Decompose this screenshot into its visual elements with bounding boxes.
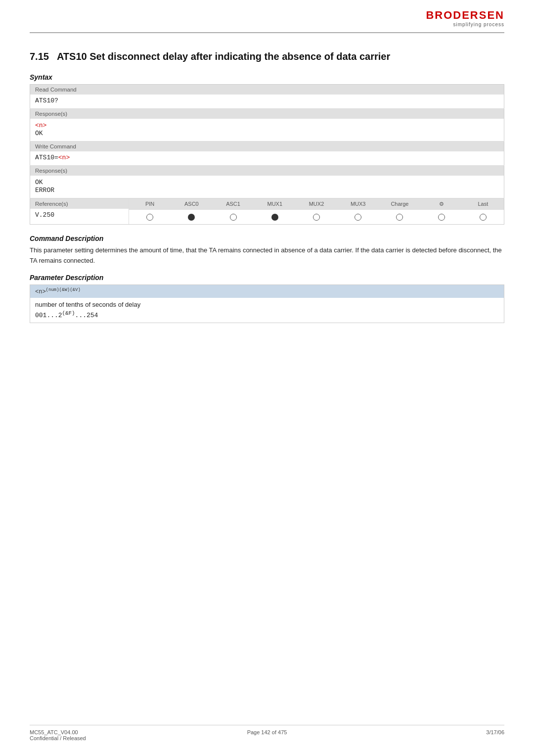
references-row: Reference(s) V.250 PIN ASC0 ASC1 MUX1 MU…	[30, 198, 504, 225]
col-asc0: ASC0	[171, 199, 212, 209]
page-container: BRODERSEN simplifying process 7.15 ATS10…	[0, 0, 534, 756]
logo-text: BRODERSEN	[426, 9, 504, 22]
refs-value: V.250	[30, 209, 129, 223]
val-pin	[129, 210, 171, 224]
page-header: BRODERSEN simplifying process	[30, 0, 504, 33]
write-command-n: <n>	[58, 154, 70, 161]
footer-date: 3/17/06	[346, 729, 504, 735]
col-mux2: MUX2	[296, 199, 337, 209]
col-mux3: MUX3	[337, 199, 379, 209]
write-command-label: Write Command	[30, 142, 504, 151]
section-number: 7.15	[30, 51, 49, 62]
refs-label: Reference(s)	[30, 199, 129, 209]
write-command-value: ATS10=<n>	[30, 151, 504, 165]
param-header-row: <n>(num)(&W)(&V)	[30, 285, 504, 298]
cmd-desc-label: Command Description	[30, 235, 504, 242]
read-response-ok: OK	[35, 130, 43, 137]
page-footer: MC55_ATC_V04.00 Confidential / Released …	[30, 725, 504, 741]
circle-mux1	[271, 214, 278, 221]
val-charge	[379, 210, 420, 224]
col-charge: Charge	[379, 199, 420, 209]
param-content-cell: number of tenths of seconds of delay 001…	[30, 298, 504, 323]
param-range-end: ...254	[75, 312, 98, 320]
references-cell: Reference(s) V.250 PIN ASC0 ASC1 MUX1 MU…	[30, 198, 504, 225]
write-response-label: Response(s)	[30, 166, 504, 176]
read-command-value: ATS10?	[30, 94, 504, 108]
param-header-cell: <n>(num)(&W)(&V)	[30, 285, 504, 298]
param-desc-text: number of tenths of seconds of delay	[35, 301, 499, 308]
read-response-n: <n>	[35, 122, 46, 129]
circle-last	[480, 214, 487, 221]
logo-sub: simplifying process	[453, 22, 504, 27]
param-range-super: (&F)	[62, 310, 75, 316]
refs-combined: Reference(s) V.250 PIN ASC0 ASC1 MUX1 MU…	[30, 198, 504, 224]
syntax-table: Read Command ATS10? Response(s) <n> OK W…	[30, 84, 504, 225]
col-antenna: ⚙	[421, 199, 462, 209]
refs-left: Reference(s) V.250	[30, 199, 129, 224]
circle-antenna	[438, 214, 445, 221]
refs-right: PIN ASC0 ASC1 MUX1 MUX2 MUX3 Charge ⚙ La…	[129, 199, 504, 224]
val-asc0	[171, 210, 212, 224]
read-response-values: <n> OK	[30, 119, 504, 141]
circle-asc0	[188, 214, 195, 221]
write-command-row: Write Command ATS10=<n>	[30, 142, 504, 166]
param-range-start: 001...2	[35, 312, 62, 320]
footer-left: MC55_ATC_V04.00 Confidential / Released	[30, 729, 188, 741]
refs-header-row: PIN ASC0 ASC1 MUX1 MUX2 MUX3 Charge ⚙ La…	[129, 199, 504, 210]
footer-doc-id: MC55_ATC_V04.00	[30, 729, 188, 735]
section-title: 7.15 ATS10 Set disconnect delay after in…	[30, 51, 504, 62]
write-response-error: ERROR	[35, 187, 54, 194]
col-asc1: ASC1	[212, 199, 254, 209]
circle-charge	[396, 214, 403, 221]
write-response-ok: OK	[35, 179, 43, 186]
footer-confidential: Confidential / Released	[30, 735, 188, 741]
refs-data-row	[129, 210, 504, 224]
param-desc-label: Parameter Description	[30, 274, 504, 282]
param-header-code: <n>(num)(&W)(&V)	[35, 288, 81, 295]
val-mux3	[337, 210, 379, 224]
read-response-row: Response(s) <n> OK	[30, 109, 504, 142]
param-content-row: number of tenths of seconds of delay 001…	[30, 298, 504, 323]
circle-pin	[146, 214, 153, 221]
cmd-desc-text: This parameter setting determines the am…	[30, 245, 504, 266]
write-response-values: OK ERROR	[30, 176, 504, 198]
circle-mux3	[355, 214, 361, 221]
circle-asc1	[230, 214, 237, 221]
param-table: <n>(num)(&W)(&V) number of tenths of sec…	[30, 284, 504, 323]
section-text: ATS10 Set disconnect delay after indicat…	[57, 51, 390, 62]
val-antenna	[421, 210, 462, 224]
logo-brodersen: BRODERSEN	[426, 9, 504, 21]
val-mux1	[254, 210, 296, 224]
read-response-cell: Response(s) <n> OK	[30, 109, 504, 142]
val-asc1	[212, 210, 254, 224]
write-response-cell: Response(s) OK ERROR	[30, 166, 504, 198]
logo-area: BRODERSEN simplifying process	[426, 9, 504, 27]
write-command-cell: Write Command ATS10=<n>	[30, 142, 504, 166]
footer-page: Page 142 of 475	[188, 729, 346, 735]
read-command-row: Read Command ATS10?	[30, 85, 504, 109]
footer-right: 3/17/06	[346, 729, 504, 741]
col-pin: PIN	[129, 199, 171, 209]
syntax-label: Syntax	[30, 73, 504, 81]
footer-center: Page 142 of 475	[188, 729, 346, 741]
col-mux1: MUX1	[254, 199, 296, 209]
circle-mux2	[313, 214, 320, 221]
read-command-cell: Read Command ATS10?	[30, 85, 504, 109]
val-mux2	[296, 210, 337, 224]
val-last	[462, 210, 504, 224]
param-range: 001...2(&F)...254	[35, 310, 499, 319]
read-command-label: Read Command	[30, 85, 504, 94]
write-response-row: Response(s) OK ERROR	[30, 166, 504, 198]
param-super: (num)(&W)(&V)	[46, 287, 81, 292]
section-heading: 7.15 ATS10 Set disconnect delay after in…	[30, 51, 504, 62]
read-response-label: Response(s)	[30, 109, 504, 119]
col-last: Last	[462, 199, 504, 209]
